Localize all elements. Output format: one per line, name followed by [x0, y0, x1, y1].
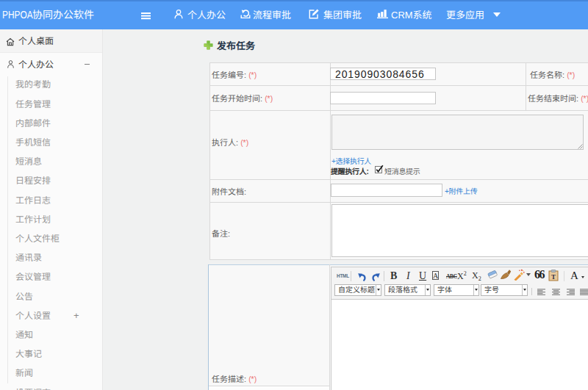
svg-text:T: T [551, 273, 556, 281]
